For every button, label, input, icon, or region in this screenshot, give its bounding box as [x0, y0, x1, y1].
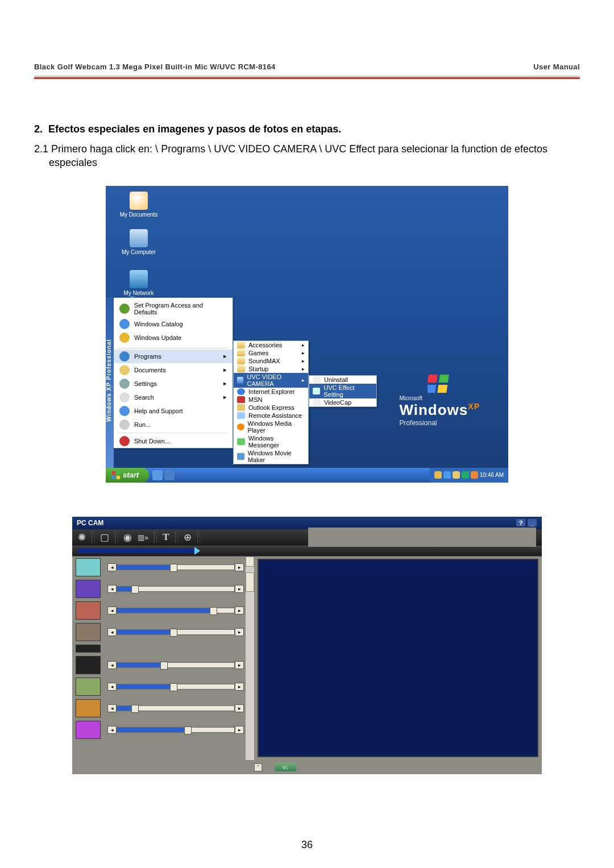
submenu-uninstall[interactable]: Uninstall — [309, 376, 376, 384]
submenu-uvceffect[interactable]: UVC Effect Setting — [309, 384, 376, 398]
page-number: 36 — [0, 839, 614, 851]
dropdown-toggle[interactable]: ˅ — [254, 763, 262, 771]
effect-thumb[interactable] — [76, 656, 101, 674]
slider-right-icon[interactable]: ▸ — [235, 661, 244, 669]
menu-help[interactable]: Help and Support — [114, 404, 233, 418]
svg-rect-7 — [117, 476, 120, 479]
slider-left-icon[interactable]: ◂ — [107, 585, 117, 593]
menu-programs[interactable]: Programs▸ — [114, 350, 233, 363]
effect-thumb[interactable] — [76, 623, 101, 641]
play-cursor-icon[interactable] — [194, 547, 200, 555]
tray-icon[interactable] — [434, 471, 442, 479]
submenu-videocap[interactable]: VideoCap — [309, 398, 376, 406]
effect-thumb[interactable] — [76, 699, 101, 717]
desktop-icon-mycomputer[interactable]: My Computer — [116, 229, 161, 255]
tool-zoom-icon[interactable]: ⊕ — [184, 531, 192, 543]
desktop-icon-mydocs[interactable]: My Documents — [116, 192, 161, 218]
tool-strip-icon[interactable]: ▥» — [138, 533, 148, 542]
effect-thumb[interactable] — [76, 558, 101, 576]
slider-left-icon[interactable]: ◂ — [107, 704, 117, 712]
submenu-remoteassist[interactable]: Remote Assistance — [234, 412, 308, 420]
clock: 10:46 AM — [480, 472, 504, 478]
slider-right-icon[interactable]: ▸ — [235, 683, 244, 691]
start-panel: Set Program Access and Defaults Windows … — [114, 297, 233, 448]
doc-type: User Manual — [533, 63, 580, 71]
minimize-button[interactable]: _ — [527, 518, 537, 527]
menu-windowscatalog[interactable]: Windows Catalog — [114, 317, 233, 331]
tool-record-icon[interactable]: ◉ — [123, 531, 132, 543]
effect-slider[interactable]: ◂ ▸ — [107, 726, 244, 733]
submenu-messenger[interactable]: Windows Messenger — [234, 434, 308, 449]
tray-icon[interactable] — [443, 471, 451, 479]
submenu-ie[interactable]: Internet Explorer — [234, 388, 308, 396]
tool-gear-icon[interactable]: ✺ — [78, 531, 86, 543]
step-text: 2.1 Primero haga click en: \ Programs \ … — [49, 142, 580, 170]
toolbar: ✺ ▢ ◉ ▥» T ⊕ — [72, 529, 542, 546]
submenu-wmp[interactable]: Windows Media Player — [234, 420, 308, 434]
slider-left-icon[interactable]: ◂ — [107, 726, 117, 734]
tool-text-icon[interactable]: T — [163, 531, 169, 543]
effect-thumb[interactable] — [76, 580, 101, 598]
product-line: Black Golf Webcam 1.3 Mega Pixel Built-i… — [34, 63, 238, 71]
menu-documents[interactable]: Documents▸ — [114, 363, 233, 377]
screenshot-pccam: PC CAM ? _ ✺ ▢ ◉ ▥» T ⊕ — [72, 517, 542, 774]
effect-slider[interactable]: ◂ ▸ — [107, 585, 244, 592]
menu-setprogramaccess[interactable]: Set Program Access and Defaults — [114, 300, 233, 317]
screenshot-xp-startmenu: My Documents My Computer My Network Plac… — [106, 186, 508, 483]
submenu-accessories[interactable]: Accessories▸ — [234, 341, 308, 349]
slider-left-icon[interactable]: ◂ — [107, 628, 117, 636]
slider-right-icon[interactable]: ▸ — [235, 628, 244, 636]
timeline-track[interactable] — [78, 549, 194, 553]
tray-icon[interactable] — [462, 471, 469, 479]
submenu-outlook[interactable]: Outlook Express — [234, 404, 308, 412]
slider-left-icon[interactable]: ◂ — [107, 563, 117, 571]
menu-windowsupdate[interactable]: Windows Update — [114, 331, 233, 344]
effect-slider[interactable]: ◂ ▸ — [107, 661, 244, 668]
svg-rect-2 — [428, 385, 436, 393]
effect-thumb[interactable] — [76, 678, 101, 696]
slider-right-icon[interactable]: ▸ — [235, 585, 244, 593]
submenu-msn[interactable]: MSN — [234, 396, 308, 404]
submenu-soundmax[interactable]: SoundMAX▸ — [234, 357, 308, 365]
effect-slider[interactable]: ◂ ▸ — [107, 628, 244, 636]
tool-frame-icon[interactable]: ▢ — [100, 531, 109, 543]
effect-slider[interactable]: ◂ ▸ — [107, 683, 244, 690]
menu-shutdown[interactable]: Shut Down... — [114, 434, 233, 448]
submenu-uvc: Uninstall UVC Effect Setting VideoCap — [309, 375, 377, 407]
doc-header: Black Golf Webcam 1.3 Mega Pixel Built-i… — [34, 63, 580, 71]
tray-icon[interactable] — [453, 471, 460, 479]
quicklaunch-icon[interactable] — [164, 470, 175, 480]
slider-left-icon[interactable]: ◂ — [107, 661, 117, 669]
submenu-uvcvideocamera[interactable]: UVC VIDEO CAMERA▸ — [234, 373, 308, 388]
svg-rect-5 — [117, 471, 120, 475]
menu-search[interactable]: Search▸ — [114, 391, 233, 404]
menu-run[interactable]: Run... — [114, 418, 233, 431]
slider-right-icon[interactable]: ▸ — [235, 704, 244, 712]
tray-icon[interactable] — [471, 471, 478, 479]
quicklaunch-icon[interactable] — [152, 470, 163, 480]
effect-row: ◂ ▸ — [72, 621, 254, 643]
slider-right-icon[interactable]: ▸ — [235, 607, 244, 614]
menu-settings[interactable]: Settings▸ — [114, 377, 233, 391]
svg-rect-0 — [428, 375, 438, 383]
preview-pane — [254, 556, 542, 774]
svg-rect-3 — [438, 385, 448, 393]
scrollbar[interactable] — [246, 556, 254, 760]
submenu-startup[interactable]: Startup▸ — [234, 365, 308, 373]
effect-list: ◂ ▸ ◂ ▸ ◂ ▸ ◂ ▸ ◂ ▸ ◂ ▸ ◂ ▸ ◂ ▸ — [72, 556, 254, 774]
submenu-games[interactable]: Games▸ — [234, 349, 308, 357]
effect-slider[interactable]: ◂ ▸ — [107, 607, 244, 614]
slider-left-icon[interactable]: ◂ — [107, 683, 117, 691]
slider-right-icon[interactable]: ▸ — [235, 726, 244, 734]
start-button[interactable]: start — [106, 468, 149, 483]
effect-thumb[interactable] — [76, 601, 101, 620]
slider-left-icon[interactable]: ◂ — [107, 607, 117, 614]
effect-slider[interactable]: ◂ ▸ — [107, 563, 244, 571]
apply-button[interactable]: V↓ — [275, 763, 296, 771]
slider-right-icon[interactable]: ▸ — [235, 563, 244, 571]
effect-slider[interactable]: ◂ ▸ — [107, 704, 244, 712]
effect-row: ◂ ▸ — [72, 676, 254, 697]
help-button[interactable]: ? — [516, 518, 526, 527]
submenu-moviemaker[interactable]: Windows Movie Maker — [234, 449, 308, 464]
effect-thumb[interactable] — [76, 721, 101, 739]
